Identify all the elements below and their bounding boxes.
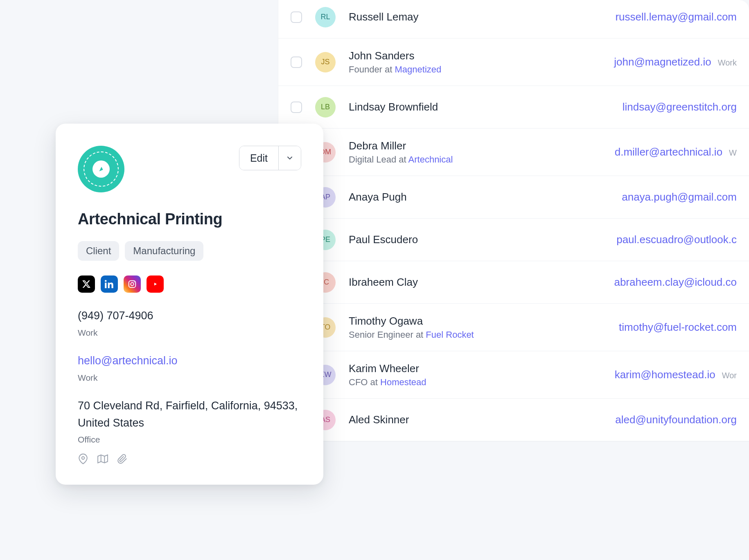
contact-row[interactable]: RLRussell Lemayrussell.lemay@gmail.com xyxy=(278,0,749,38)
email-label: Work xyxy=(78,373,301,383)
contact-role: Senior Engineer at Fuel Rocket xyxy=(349,330,606,340)
email-type-label: Wor xyxy=(722,371,737,380)
contact-email[interactable]: russell.lemay@gmail.com xyxy=(615,11,737,23)
contact-role: Founder at Magnetized xyxy=(349,64,601,75)
tag-list: Client Manufacturing xyxy=(78,241,301,261)
attachment-icon[interactable] xyxy=(117,454,128,464)
email-type-label: W xyxy=(729,148,737,158)
row-checkbox[interactable] xyxy=(291,11,302,23)
email-field: hello@artechnical.io Work xyxy=(78,352,301,383)
contact-name: Anaya Pugh xyxy=(349,190,609,204)
contact-row[interactable]: ICIbraheem Clayabraheem.clay@icloud.co xyxy=(278,261,749,304)
contact-email[interactable]: aled@unityfoundation.org xyxy=(615,413,737,426)
contact-row[interactable]: KWKarim WheelerCFO at Homesteadkarim@hom… xyxy=(278,351,749,399)
tag-client[interactable]: Client xyxy=(78,241,119,261)
svg-point-1 xyxy=(131,282,133,285)
contact-row[interactable]: JSJohn SandersFounder at Magnetizedjohn@… xyxy=(278,38,749,86)
address-actions xyxy=(78,454,301,464)
svg-point-2 xyxy=(134,282,135,282)
contact-name: Karim Wheeler xyxy=(349,362,602,376)
tag-manufacturing[interactable]: Manufacturing xyxy=(125,241,203,261)
edit-dropdown-button[interactable] xyxy=(279,146,301,170)
contact-email[interactable]: abraheem.clay@icloud.co xyxy=(614,276,737,289)
avatar: RL xyxy=(315,7,336,27)
contact-row[interactable]: ASAled Skinneraled@unityfoundation.org xyxy=(278,399,749,441)
avatar: LB xyxy=(315,97,336,117)
contact-name: Aled Skinner xyxy=(349,413,602,427)
contact-name: Russell Lemay xyxy=(349,10,602,24)
phone-value: (949) 707-4906 xyxy=(78,307,301,325)
company-logo xyxy=(78,146,124,192)
contact-company[interactable]: Artechnical xyxy=(408,154,453,165)
svg-point-3 xyxy=(82,457,85,460)
email-type-label: Work xyxy=(718,58,737,68)
edit-button[interactable]: Edit xyxy=(239,146,279,170)
contact-name: John Sanders xyxy=(349,49,601,63)
social-links xyxy=(78,275,301,293)
pin-icon[interactable] xyxy=(78,454,88,464)
contact-name: Paul Escudero xyxy=(349,233,603,247)
contact-list: RLRussell Lemayrussell.lemay@gmail.comJS… xyxy=(278,0,749,441)
contact-company[interactable]: Fuel Rocket xyxy=(426,330,474,340)
map-icon[interactable] xyxy=(97,454,108,464)
contact-name: Lindsay Brownfield xyxy=(349,100,609,114)
contact-name: Ibraheem Clay xyxy=(349,275,601,289)
linkedin-icon[interactable] xyxy=(101,275,118,293)
avatar: JS xyxy=(315,52,336,72)
company-detail-card: Edit Artechnical Printing Client Manufac… xyxy=(56,124,323,485)
instagram-icon[interactable] xyxy=(124,275,141,293)
contact-email[interactable]: paul.escuadro@outlook.c xyxy=(616,233,737,246)
x-icon[interactable] xyxy=(78,275,95,293)
contact-email[interactable]: karim@homestead.io xyxy=(615,368,715,381)
contact-row[interactable]: PEPaul Escuderopaul.escuadro@outlook.c xyxy=(278,219,749,261)
contact-email[interactable]: d.miller@artechnical.io xyxy=(615,146,722,158)
contact-row[interactable]: DMDebra MillerDigital Lead at Artechnica… xyxy=(278,129,749,176)
contact-company[interactable]: Magnetized xyxy=(395,64,442,75)
contact-email[interactable]: john@magnetized.io xyxy=(614,56,711,68)
row-checkbox[interactable] xyxy=(291,102,302,113)
edit-button-group: Edit xyxy=(239,146,301,170)
contact-email[interactable]: timothy@fuel-rocket.com xyxy=(619,321,737,334)
contact-name: Debra Miller xyxy=(349,139,602,153)
contact-company[interactable]: Homestead xyxy=(380,377,426,387)
company-title: Artechnical Printing xyxy=(78,210,301,228)
contact-role: Digital Lead at Artechnical xyxy=(349,154,602,165)
contact-email[interactable]: anaya.pugh@gmail.com xyxy=(622,191,737,203)
email-value[interactable]: hello@artechnical.io xyxy=(78,352,301,370)
contact-row[interactable]: APAnaya Pughanaya.pugh@gmail.com xyxy=(278,176,749,219)
chevron-down-icon xyxy=(286,154,294,162)
youtube-icon[interactable] xyxy=(147,275,164,293)
address-label: Office xyxy=(78,435,301,445)
contact-row[interactable]: LBLindsay Brownfieldlindsay@greenstitch.… xyxy=(278,86,749,129)
contact-name: Timothy Ogawa xyxy=(349,314,606,328)
contact-email[interactable]: lindsay@greenstitch.org xyxy=(623,101,737,113)
phone-label: Work xyxy=(78,328,301,338)
row-checkbox[interactable] xyxy=(291,56,302,68)
contact-role: CFO at Homestead xyxy=(349,377,602,388)
contact-row[interactable]: TOTimothy OgawaSenior Engineer at Fuel R… xyxy=(278,304,749,351)
svg-marker-4 xyxy=(98,455,108,463)
address-value: 70 Cleveland Rd, Fairfield, California, … xyxy=(78,397,301,432)
address-field: 70 Cleveland Rd, Fairfield, California, … xyxy=(78,397,301,445)
phone-field: (949) 707-4906 Work xyxy=(78,307,301,338)
